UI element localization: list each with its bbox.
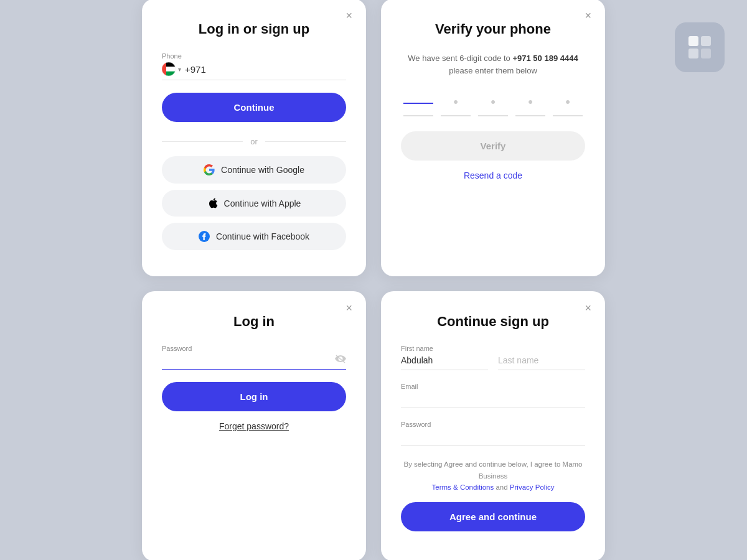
facebook-button[interactable]: Continue with Facebook [162,223,346,250]
otp-inputs: • • • • [401,94,585,116]
verify-phone: +971 50 189 4444 [512,54,578,63]
phone-input[interactable] [185,64,346,75]
email-input[interactable] [401,393,585,403]
phone-input-row: ▾ [162,62,346,80]
country-selector[interactable]: ▾ [162,62,185,76]
verify-title: Verify your phone [401,21,585,37]
signup-password-label: Password [401,421,585,428]
login-signup-card: × Log in or sign up Phone ▾ Con [142,0,366,276]
svg-rect-0 [688,36,698,46]
first-name-field: First name [401,345,488,370]
svg-rect-7 [166,67,176,72]
google-button[interactable]: Continue with Google [162,156,346,184]
svg-rect-6 [166,62,176,67]
facebook-icon [199,231,210,242]
resend-link[interactable]: Resend a code [401,170,585,180]
continue-signup-card: × Continue sign up First name Email Pass… [381,291,605,560]
otp-slot-3[interactable]: • [478,94,508,116]
otp-slot-1[interactable] [403,94,433,116]
otp-slot-4[interactable]: • [515,94,545,116]
svg-rect-3 [701,49,711,58]
password-input[interactable] [162,355,335,365]
name-row: First name [401,345,585,370]
first-name-input[interactable] [401,355,488,365]
terms-text: By selecting Agree and continue below, I… [401,459,585,493]
login-button[interactable]: Log in [162,382,346,411]
continue-button[interactable]: Continue [162,93,346,122]
last-name-field [498,345,585,370]
terms-link[interactable]: Terms & Conditions [432,483,494,491]
svg-rect-8 [166,72,176,76]
verify-card: × Verify your phone We have sent 6-digit… [381,0,605,276]
eye-icon[interactable] [335,355,346,365]
login-title: Log in [162,314,346,330]
login-card: × Log in Password Log in Forget password… [142,291,366,560]
google-icon [204,164,215,175]
forget-password-link[interactable]: Forget password? [162,421,346,431]
privacy-link[interactable]: Privacy Policy [510,483,555,491]
password-label: Password [162,345,346,352]
svg-rect-5 [162,62,166,76]
uae-flag [162,62,176,76]
continue-signup-title: Continue sign up [401,314,585,330]
app-icon [675,22,725,72]
phone-label: Phone [162,52,346,60]
signup-password-field: Password [401,421,585,446]
signup-password-input[interactable] [401,431,585,441]
chevron-icon: ▾ [178,66,181,73]
otp-slot-5[interactable]: • [553,94,583,116]
continue-signup-close[interactable]: × [581,301,595,315]
or-divider: or [162,137,346,146]
verify-close[interactable]: × [581,9,595,22]
password-input-row [162,355,346,370]
email-field: Email [401,383,585,408]
svg-rect-2 [688,49,698,58]
login-close[interactable]: × [342,301,356,315]
agree-continue-button[interactable]: Agree and continue [401,502,585,531]
otp-slot-2[interactable]: • [441,94,471,116]
email-label: Email [401,383,585,390]
verify-subtitle: We have sent 6-digit code to +971 50 189… [401,52,585,77]
last-name-label [498,345,585,352]
apple-icon [207,198,218,208]
login-signup-title: Log in or sign up [162,21,346,37]
login-signup-close[interactable]: × [342,9,356,22]
first-name-label: First name [401,345,488,352]
apple-button[interactable]: Continue with Apple [162,190,346,217]
svg-rect-1 [701,36,711,46]
last-name-input[interactable] [498,355,585,365]
verify-button[interactable]: Verify [401,131,585,161]
